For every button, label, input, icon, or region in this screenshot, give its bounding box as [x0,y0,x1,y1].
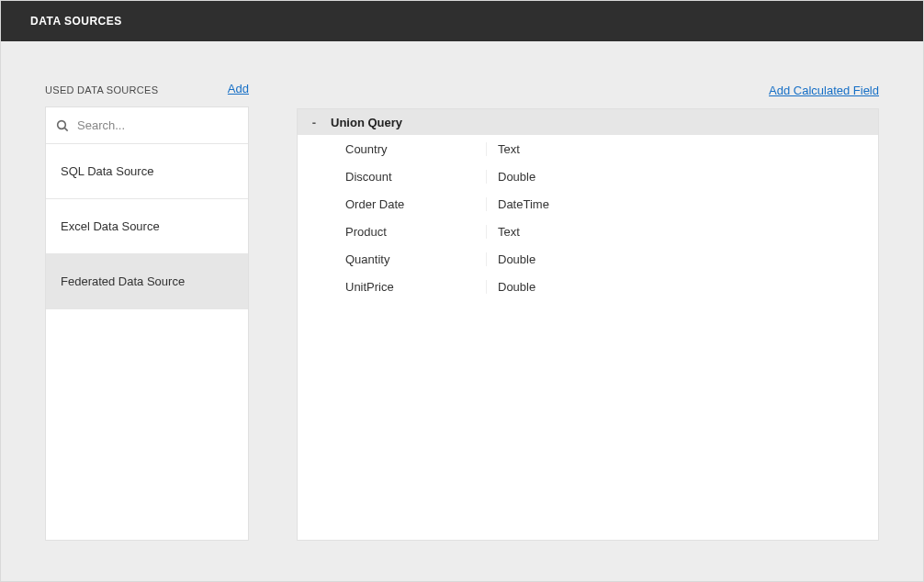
collapse-icon[interactable]: - [298,116,331,129]
field-type: DateTime [486,197,678,211]
search-icon [55,118,70,133]
field-row[interactable]: QuantityDouble [298,245,878,273]
svg-point-0 [58,120,66,129]
sidebar-title: USED DATA SOURCES [45,84,158,95]
content-area: USED DATA SOURCES Add SQL Data SourceExc… [1,41,923,581]
field-row[interactable]: ProductText [298,218,878,245]
field-name: Order Date [298,197,486,211]
field-type: Double [486,170,678,184]
field-type: Double [486,252,678,266]
add-data-source-link[interactable]: Add [228,82,249,95]
search-input[interactable] [77,118,239,132]
field-row[interactable]: DiscountDouble [298,162,878,190]
data-source-item[interactable]: Excel Data Source [46,199,248,254]
field-name: UnitPrice [298,280,486,294]
data-source-item[interactable]: SQL Data Source [46,144,248,199]
field-name: Country [298,142,486,156]
data-source-list: SQL Data SourceExcel Data SourceFederate… [45,106,249,541]
field-name: Product [298,225,486,239]
field-type: Double [486,280,678,294]
add-calculated-field-link[interactable]: Add Calculated Field [769,84,879,97]
field-type: Text [486,225,678,239]
topbar: DATA SOURCES [1,1,923,41]
svg-line-1 [64,128,68,131]
field-row[interactable]: CountryText [298,135,878,162]
main-header: Add Calculated Field [297,82,879,97]
field-panel: - Union Query CountryTextDiscountDoubleO… [297,108,879,541]
main-panel: Add Calculated Field - Union Query Count… [297,82,879,541]
field-type: Text [486,142,678,156]
field-row[interactable]: Order DateDateTime [298,190,878,218]
group-header[interactable]: - Union Query [298,109,878,135]
data-source-label: Federated Data Source [61,274,185,288]
sidebar-header: USED DATA SOURCES Add [45,82,249,95]
search-row [46,107,248,144]
data-source-label: SQL Data Source [61,164,153,178]
field-name: Discount [298,170,486,184]
data-source-item[interactable]: Federated Data Source [46,254,248,309]
field-name: Quantity [298,252,486,266]
data-source-label: Excel Data Source [61,219,160,233]
sidebar: USED DATA SOURCES Add SQL Data SourceExc… [45,82,249,541]
page-title: DATA SOURCES [30,15,122,28]
group-name: Union Query [331,116,402,129]
field-row[interactable]: UnitPriceDouble [298,273,878,300]
